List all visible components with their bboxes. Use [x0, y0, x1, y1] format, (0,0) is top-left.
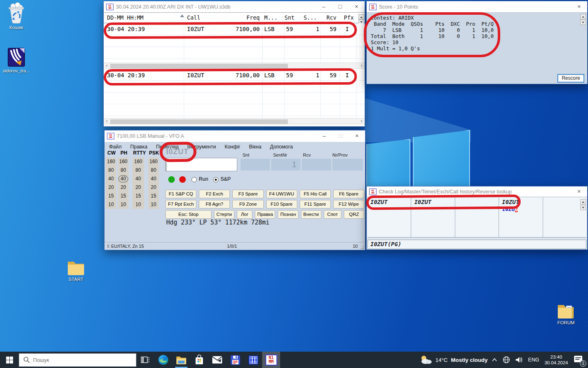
f3-button[interactable]: F3 Spare — [232, 190, 263, 198]
scroll-left-icon[interactable]: ‹ — [104, 119, 110, 124]
sp-radio[interactable] — [213, 177, 218, 182]
mail-icon[interactable] — [208, 352, 226, 368]
store-icon[interactable] — [190, 352, 208, 368]
speaker-icon[interactable] — [515, 357, 523, 363]
rcv-field[interactable] — [302, 159, 331, 171]
close-button[interactable]: × — [571, 186, 587, 197]
wipe-button[interactable]: Стерти — [214, 210, 234, 219]
horizontal-scrollbar[interactable]: ‹ › — [104, 63, 365, 69]
band-button[interactable]: 160 — [132, 157, 144, 166]
clock[interactable]: 23:40 30.04.2024 — [544, 354, 568, 366]
task-view-button[interactable] — [136, 352, 154, 368]
vertical-scroll-arrows[interactable] — [580, 199, 586, 211]
f2-button[interactable]: F2 Exch — [199, 190, 230, 198]
edge-icon[interactable] — [154, 352, 172, 368]
recycle-bin-icon[interactable]: Кошик — [2, 2, 31, 30]
action-center-button[interactable]: 1 — [573, 355, 584, 365]
weather-widget[interactable]: 14°C Mostly cloudy — [416, 355, 492, 365]
n1mm-taskbar-icon[interactable]: N1MM — [262, 352, 280, 368]
scrollbar-thumb[interactable] — [110, 64, 288, 68]
band-button[interactable]: 160 — [148, 157, 159, 166]
network-globe-icon[interactable] — [503, 356, 510, 364]
search-box[interactable] — [19, 353, 136, 367]
menu-file[interactable]: Файл — [109, 144, 122, 150]
band-button[interactable]: 80 — [148, 166, 159, 175]
vertical-scroll-arrows[interactable] — [580, 14, 586, 25]
close-button[interactable]: × — [349, 130, 365, 142]
mark-button[interactable]: Познач — [278, 210, 298, 219]
menu-windows[interactable]: Вікна — [249, 144, 261, 150]
f11-button[interactable]: F11 Spare — [300, 200, 331, 209]
f5-button[interactable]: F5 His Call — [300, 190, 331, 198]
band-button[interactable]: 20 — [132, 183, 144, 192]
band-button[interactable]: 20 — [106, 183, 116, 192]
header-spinner[interactable] — [359, 14, 364, 24]
file-explorer-icon[interactable] — [172, 352, 190, 368]
band-button[interactable]: 80 — [118, 166, 129, 175]
band-button[interactable]: 40 — [132, 175, 144, 183]
minimize-button[interactable]: – — [316, 1, 332, 13]
minimize-button[interactable]: – — [316, 130, 332, 142]
language-indicator[interactable]: ENG — [528, 357, 539, 363]
scrollbar-thumb[interactable] — [110, 119, 288, 124]
band-button[interactable]: 10 — [106, 200, 116, 209]
snt-field[interactable] — [241, 159, 270, 171]
menu-help[interactable]: Допомога — [270, 144, 293, 150]
rescore-button[interactable]: Rescore — [557, 74, 584, 83]
band-button[interactable]: 40 — [148, 175, 159, 183]
menu-config[interactable]: Конфіг — [225, 144, 241, 150]
band-button[interactable]: 160 — [106, 157, 116, 166]
f8-button[interactable]: F8 Agn? — [199, 200, 230, 209]
band-button[interactable]: 20 — [148, 183, 159, 192]
check-col-log[interactable]: I0ZUT — [368, 197, 411, 237]
floppy-app-icon[interactable] — [226, 352, 244, 368]
sentnr-field[interactable]: 1 — [271, 159, 301, 171]
menu-tools[interactable]: Інструменти — [187, 144, 216, 150]
search-input[interactable] — [33, 357, 115, 363]
esc-stop-button[interactable]: Esc: Stop — [165, 210, 212, 219]
scroll-right-icon[interactable]: › — [359, 63, 365, 68]
log-qso-row[interactable]: 30-04 20:39 I0ZUT 7100,00 LSB 59 1 59 I — [104, 70, 365, 81]
band-button[interactable]: 15 — [132, 192, 144, 200]
band-button[interactable]: 15 — [106, 192, 116, 200]
qrz-button[interactable]: QRZ — [344, 210, 364, 219]
check-col-callhistory[interactable]: I0ZUT I0ZUG — [499, 197, 543, 237]
chevron-up-icon[interactable] — [492, 358, 497, 362]
band-button[interactable]: 10 — [118, 200, 129, 209]
band-button[interactable]: 15 — [118, 192, 129, 200]
callsign-input[interactable] — [166, 158, 237, 171]
check-col-master[interactable]: I0ZUT — [411, 197, 455, 237]
edit-button[interactable]: Правка — [255, 210, 275, 219]
horizontal-scrollbar[interactable]: ‹ › — [104, 118, 365, 124]
band-button[interactable]: 80 — [106, 166, 116, 175]
f6-button[interactable]: F6 Spare — [333, 190, 364, 198]
archive-app-icon[interactable] — [244, 352, 262, 368]
close-button[interactable]: × — [348, 1, 365, 13]
sidorov-file-icon[interactable]: sidorov_tra... — [2, 46, 31, 74]
close-button[interactable]: × — [571, 1, 587, 13]
run-radio[interactable] — [192, 177, 197, 182]
f12-button[interactable]: F12 Wipe — [333, 200, 364, 209]
band-button[interactable]: 15 — [148, 192, 159, 200]
band-button[interactable]: 10 — [148, 200, 159, 209]
band-button[interactable]: 80 — [132, 166, 144, 175]
spot-button[interactable]: Спот — [324, 210, 341, 219]
maximize-button[interactable]: □ — [332, 1, 348, 13]
f1-button[interactable]: F1 S&P CQ — [165, 190, 196, 198]
log-qso-row[interactable]: 30-04 20:39 I0ZUT 7100,00 LSB 59 1 59 I — [104, 23, 365, 35]
f10-button[interactable]: F10 Spare — [266, 200, 297, 209]
start-folder-icon[interactable]: START — [61, 254, 91, 282]
f9-button[interactable]: F9 Zone — [232, 200, 263, 209]
menu-edit[interactable]: Правка — [130, 144, 147, 150]
run-radio-label[interactable]: Run — [199, 176, 208, 182]
log-button[interactable]: Лог — [237, 210, 252, 219]
scroll-left-icon[interactable]: ‹ — [104, 63, 110, 68]
check-col-telnet[interactable] — [455, 197, 499, 237]
maximize-button[interactable]: □ — [332, 130, 349, 142]
nrprov-field[interactable] — [332, 159, 363, 171]
store-button[interactable]: Внести — [301, 210, 321, 219]
band-button[interactable]: 20 — [118, 183, 129, 192]
f7-button[interactable]: F7 Rpt Exch — [165, 200, 196, 209]
forum-folder-icon[interactable]: FORUM — [551, 298, 581, 325]
band-button[interactable]: 40 — [106, 175, 116, 183]
